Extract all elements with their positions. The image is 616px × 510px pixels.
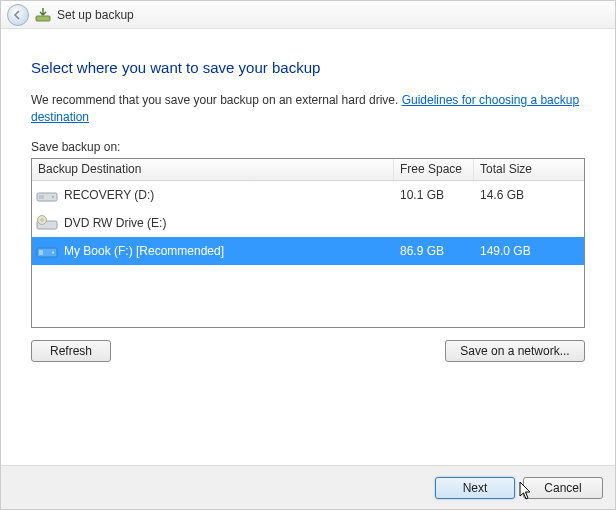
recommend-text-part: We recommend that you save your backup o… [31, 93, 402, 107]
cell-destination: RECOVERY (D:) [32, 187, 394, 203]
col-header-destination[interactable]: Backup Destination [32, 159, 394, 180]
destination-list[interactable]: Backup Destination Free Space Total Size… [31, 158, 585, 328]
ext-drive-icon [36, 243, 58, 259]
col-header-free-space[interactable]: Free Space [394, 159, 474, 180]
svg-point-3 [52, 196, 54, 198]
table-row[interactable]: RECOVERY (D:)10.1 GB14.6 GB [32, 181, 584, 209]
list-header: Backup Destination Free Space Total Size [32, 159, 584, 181]
backup-icon [35, 7, 51, 23]
col-header-total-size[interactable]: Total Size [474, 159, 584, 180]
svg-rect-8 [39, 250, 43, 255]
table-row[interactable]: DVD RW Drive (E:) [32, 209, 584, 237]
dvd-drive-icon [36, 215, 58, 231]
titlebar: Set up backup [1, 1, 615, 29]
cell-total-size: 149.0 GB [474, 244, 584, 258]
page-heading: Select where you want to save your backu… [31, 59, 585, 76]
window-title: Set up backup [57, 8, 134, 22]
drive-name: RECOVERY (D:) [64, 188, 154, 202]
cancel-button[interactable]: Cancel [523, 477, 603, 499]
table-row[interactable]: My Book (F:) [Recommended]86.9 GB149.0 G… [32, 237, 584, 265]
hdd-drive-icon [36, 187, 58, 203]
wizard-footer: Next Cancel [1, 465, 615, 509]
drive-name: DVD RW Drive (E:) [64, 216, 166, 230]
svg-rect-0 [36, 16, 50, 21]
save-on-network-button[interactable]: Save on a network... [445, 340, 585, 362]
cell-total-size: 14.6 GB [474, 188, 584, 202]
back-button[interactable] [7, 4, 29, 26]
cell-free-space: 10.1 GB [394, 188, 474, 202]
drive-name: My Book (F:) [Recommended] [64, 244, 224, 258]
save-on-label: Save backup on: [31, 140, 585, 154]
refresh-button[interactable]: Refresh [31, 340, 111, 362]
wizard-content: Select where you want to save your backu… [1, 29, 615, 362]
cell-free-space: 86.9 GB [394, 244, 474, 258]
svg-point-9 [52, 251, 54, 253]
next-button[interactable]: Next [435, 477, 515, 499]
svg-rect-2 [39, 195, 44, 199]
cell-destination: DVD RW Drive (E:) [32, 215, 394, 231]
back-arrow-icon [13, 10, 23, 20]
button-row: Refresh Save on a network... [31, 340, 585, 362]
svg-point-6 [41, 218, 43, 220]
recommend-text: We recommend that you save your backup o… [31, 92, 585, 126]
cell-destination: My Book (F:) [Recommended] [32, 243, 394, 259]
